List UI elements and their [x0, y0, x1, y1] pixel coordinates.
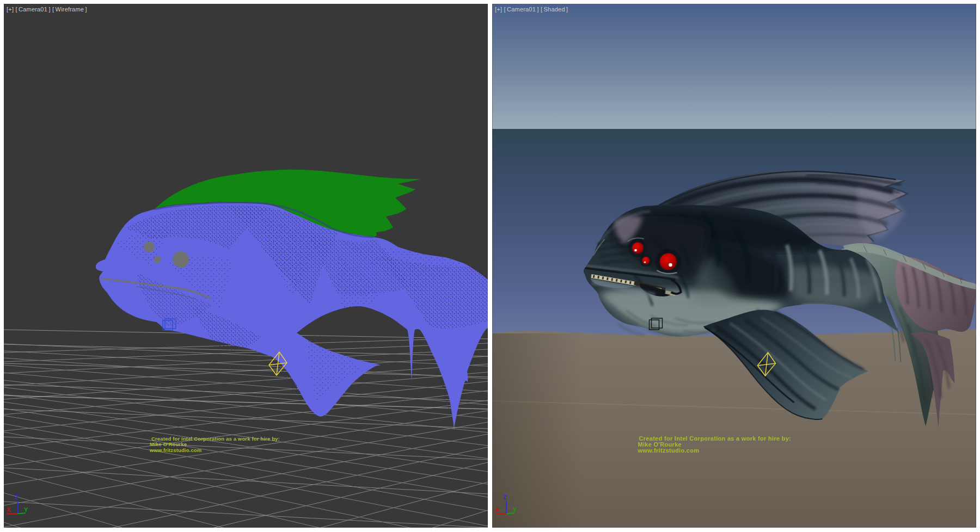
svg-text:www.fritzstudio.com: www.fritzstudio.com — [638, 447, 700, 454]
svg-text:X: X — [7, 506, 11, 513]
svg-text:Mike O'Rourke: Mike O'Rourke — [150, 441, 187, 447]
svg-text:Z: Z — [504, 494, 507, 500]
svg-text:Y: Y — [24, 506, 28, 513]
svg-text:X: X — [495, 506, 500, 513]
svg-text:www.fritzstudio.com: www.fritzstudio.com — [149, 447, 201, 453]
svg-text:Z: Z — [15, 494, 19, 500]
svg-text:Y: Y — [513, 506, 517, 513]
